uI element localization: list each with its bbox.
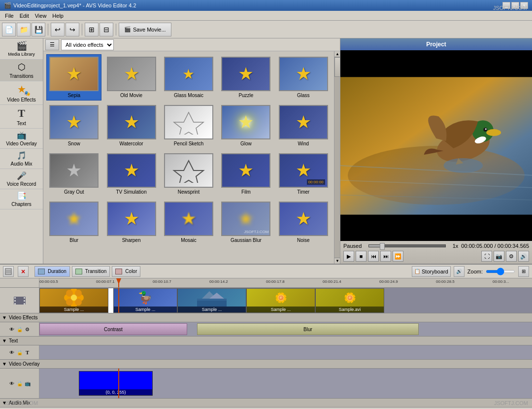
effect-watercolor[interactable]: ★ Watercolor — [103, 102, 159, 149]
volume-button[interactable]: 🔊 — [518, 251, 529, 262]
effect-wind[interactable]: ★ Wind — [276, 102, 331, 149]
effect-pencil-sketch[interactable]: Pencil Sketch — [161, 102, 216, 149]
fast-forward-button[interactable]: ⏭ — [380, 251, 391, 262]
zoom-fit-button[interactable]: ⊞ — [518, 266, 529, 277]
timeline-icon[interactable] — [3, 266, 14, 277]
sidebar-item-media-library[interactable]: 🎬 Media Library — [0, 38, 43, 60]
fullscreen-button[interactable]: ⛶ — [481, 251, 492, 262]
sidebar-item-chapters[interactable]: 📑 Chapters — [0, 189, 43, 209]
menu-help[interactable]: Help — [49, 12, 66, 20]
seek-thumb[interactable] — [380, 243, 385, 250]
effect-glass-mosaic[interactable]: ★ Glass Mosaic — [161, 54, 216, 101]
overlay-visibility-button[interactable]: 👁 — [8, 380, 15, 387]
redo-button[interactable]: ↪ — [66, 23, 79, 36]
video-effects-collapse[interactable]: ▼ — [2, 315, 7, 320]
text-lock-button[interactable]: 🔒 — [16, 349, 23, 356]
stop-button[interactable]: ■ — [356, 251, 366, 262]
effect-sharpen[interactable]: ★ Sharpen — [103, 199, 159, 245]
effect-film[interactable]: ★ Film — [218, 151, 273, 197]
storyboard-icon: 📋 — [414, 269, 420, 274]
duration-button[interactable]: Duration — [34, 266, 70, 277]
fx-visibility-button[interactable]: 👁 — [8, 326, 15, 333]
effect-timer[interactable]: ★ 00:00:00 Timer — [276, 151, 331, 197]
video-clip-2[interactable]: 🦆 Sample ... — [113, 288, 177, 313]
sidebar-item-voice-record[interactable]: 🎤 Voice Record — [0, 169, 43, 189]
save-movie-button[interactable]: 🎬 Save Movie... — [119, 23, 171, 36]
scrollbar-track[interactable] — [334, 57, 340, 258]
snapshot-button[interactable]: 📷 — [494, 251, 504, 262]
blur-bar[interactable]: Blur — [197, 323, 419, 335]
settings-button[interactable]: ⚙ — [506, 251, 517, 262]
effects-scrollbar[interactable]: ▲ ▼ — [334, 51, 340, 264]
fx-lock-button[interactable]: 🔒 — [16, 326, 23, 333]
storyboard-button[interactable]: 📋 Storyboard — [412, 266, 451, 277]
video-clip-5[interactable]: 🌼 Sample.avi — [315, 288, 384, 313]
effect-newsprint[interactable]: Newsprint — [161, 151, 216, 197]
rewind-button[interactable]: ⏮ — [368, 251, 379, 262]
audio-button[interactable]: 🔊 — [454, 266, 465, 277]
effect-blur[interactable]: ★ Blur — [46, 199, 101, 245]
menu-file[interactable]: File — [2, 12, 17, 20]
sidebar-item-audio-mix[interactable]: 🎵 Audio Mix — [0, 149, 43, 169]
contrast-bar[interactable]: Contrast — [39, 323, 187, 335]
audio-mix-icon: 🎵 — [17, 151, 27, 160]
fx-tool-button[interactable]: ⚙ — [24, 326, 31, 333]
menu-view[interactable]: View — [32, 12, 50, 20]
scrollbar-up-button[interactable]: ▲ — [334, 51, 340, 57]
zoom-slider[interactable] — [486, 270, 515, 273]
effect-thumb-glass: ★ — [279, 57, 328, 91]
frame-advance-button[interactable]: ⏩ — [393, 251, 403, 262]
effects-view-toggle[interactable]: ☰ — [45, 39, 59, 50]
effect-mosaic[interactable]: ★ Mosaic — [161, 199, 216, 245]
video-overlay-collapse[interactable]: ▼ — [2, 361, 7, 367]
text-tool-button[interactable]: T — [24, 349, 31, 356]
text-tools: 👁 🔒 T — [0, 345, 39, 359]
effect-old-movie[interactable]: ★ Old Movie — [103, 54, 159, 101]
sidebar-item-transitions[interactable]: ⬡ Transitions — [0, 60, 43, 81]
video-clip-3[interactable]: Sample ... — [177, 288, 246, 313]
overlay-tool-button[interactable]: 📺 — [24, 380, 31, 387]
text-visibility-button[interactable]: 👁 — [8, 349, 15, 356]
undo-button[interactable]: ↩ — [51, 23, 65, 36]
video-clip-1[interactable]: Sample ... — [39, 288, 108, 313]
delete-button[interactable]: × — [18, 266, 29, 277]
color-icon — [115, 269, 122, 274]
maximize-button[interactable]: □ — [511, 2, 519, 9]
menu-edit[interactable]: Edit — [17, 12, 32, 20]
audio-mix-collapse[interactable]: ▼ — [2, 400, 7, 406]
effect-noise[interactable]: ★ Noise — [276, 199, 331, 245]
sidebar-item-video-effects[interactable]: ★ 🎭 Video Effects — [0, 81, 43, 105]
effect-gaussian-blur[interactable]: ★ JSOFTJ.COM Gaussian Blur — [218, 199, 273, 245]
new-button[interactable]: 📄 — [2, 23, 16, 36]
view-mode-1[interactable]: ⊞ — [85, 23, 99, 36]
effect-puzzle[interactable]: ★ Puzzle — [218, 54, 273, 101]
overlay-clip[interactable]: (0, 0, 255) — [79, 371, 153, 396]
color-button[interactable]: Color — [112, 266, 140, 277]
effect-glass[interactable]: ★ Glass — [276, 54, 331, 101]
close-button[interactable]: × — [520, 2, 528, 9]
svg-rect-18 — [14, 300, 16, 302]
text-label: Text — [9, 338, 18, 343]
transition-button[interactable]: Transition — [72, 266, 110, 277]
video-clip-4[interactable]: 🌼 Sample ... — [246, 288, 315, 313]
effects-filter-dropdown[interactable]: All video effects — [61, 39, 114, 50]
scrollbar-down-button[interactable]: ▼ — [334, 258, 340, 264]
effect-glow[interactable]: ★ Glow — [218, 102, 273, 149]
sidebar-item-video-overlay[interactable]: 📺 Video Overlay — [0, 129, 43, 149]
seek-bar[interactable] — [368, 244, 445, 247]
save-button[interactable]: 💾 — [32, 23, 45, 36]
open-button[interactable]: 📁 — [17, 23, 31, 36]
view-mode-2[interactable]: ⊟ — [100, 23, 113, 36]
scrollbar-thumb[interactable] — [334, 57, 340, 77]
sidebar-item-text[interactable]: T Text — [0, 105, 43, 129]
overlay-content: (0, 0, 255) — [39, 369, 532, 398]
overlay-lock-button[interactable]: 🔒 — [16, 380, 23, 387]
effect-snow[interactable]: ★ Snow — [46, 102, 101, 149]
play-button[interactable]: ▶ — [343, 251, 354, 262]
text-collapse[interactable]: ▼ — [2, 338, 7, 343]
window-controls[interactable]: _ □ × — [502, 2, 528, 9]
effect-tv-simulation[interactable]: ★ TV Simulation — [103, 151, 159, 197]
minimize-button[interactable]: _ — [502, 2, 510, 9]
effect-sepia[interactable]: ★ Sepia — [46, 54, 101, 101]
effect-gray-out[interactable]: ★ Gray Out — [46, 151, 101, 197]
